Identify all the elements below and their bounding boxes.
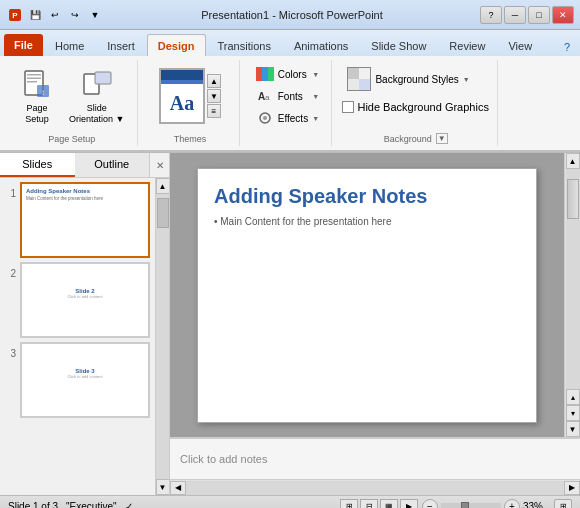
themes-prev-btn[interactable]: ▲ xyxy=(207,74,221,88)
slides-list: 1 Adding Speaker Notes Main Content for … xyxy=(0,178,155,495)
zoom-slider[interactable] xyxy=(441,503,501,509)
tab-animations[interactable]: Animations xyxy=(283,34,359,56)
status-left: Slide 1 of 3 "Executive" ✓ xyxy=(8,501,133,508)
themes-next-btn[interactable]: ▼ xyxy=(207,89,221,103)
notes-area[interactable]: Click to add notes xyxy=(170,437,580,479)
help-btn[interactable]: ? xyxy=(480,6,502,24)
zoom-out-btn[interactable]: − xyxy=(422,499,438,509)
colors-content: Colors ▼ A a Fonts ▼ xyxy=(251,64,323,142)
slide-thumb-2[interactable]: Slide 2 Click to add content xyxy=(20,262,150,338)
maximize-btn[interactable]: □ xyxy=(528,6,550,24)
svg-rect-19 xyxy=(359,79,370,90)
tab-transitions[interactable]: Transitions xyxy=(207,34,282,56)
slide3-thumb-content: Click to add content xyxy=(26,374,144,379)
page-setup-button[interactable]: ↕ PageSetup xyxy=(14,64,60,128)
spellcheck-icon[interactable]: ✓ xyxy=(125,501,133,508)
fit-slide-btn[interactable]: ⊞ xyxy=(554,499,572,509)
redo-quick-btn[interactable]: ↪ xyxy=(66,6,84,24)
view-buttons: ⊞ ⊟ ▦ ▶ xyxy=(340,499,418,509)
effects-label: Effects xyxy=(278,113,308,124)
slide-orientation-icon xyxy=(79,67,115,103)
tab-slides[interactable]: Slides xyxy=(0,153,75,177)
main-scroll-down[interactable]: ▼ xyxy=(566,421,580,437)
hide-background-graphics-row[interactable]: Hide Background Graphics xyxy=(342,101,488,113)
effects-arrow: ▼ xyxy=(312,115,319,122)
slide-thumb-1[interactable]: Adding Speaker Notes Main Content for th… xyxy=(20,182,150,258)
slide2-thumb-content: Click to add content xyxy=(26,294,144,299)
tab-home[interactable]: Home xyxy=(44,34,95,56)
tab-insert[interactable]: Insert xyxy=(96,34,146,56)
colors-button[interactable]: Colors ▼ xyxy=(251,64,323,84)
main-scroll-up[interactable]: ▲ xyxy=(566,153,580,169)
svg-rect-9 xyxy=(95,72,111,84)
svg-point-16 xyxy=(263,116,267,120)
tab-slideshow[interactable]: Slide Show xyxy=(360,34,437,56)
undo-quick-btn[interactable]: ↩ xyxy=(46,6,64,24)
slideshow-view-btn[interactable]: ▶ xyxy=(400,499,418,509)
main-hscroll-right[interactable]: ▶ xyxy=(564,481,580,495)
app-icon: P xyxy=(6,6,24,24)
tab-design[interactable]: Design xyxy=(147,34,206,56)
background-dialog-launcher[interactable]: ▼ xyxy=(436,133,448,144)
close-panel-btn[interactable]: ✕ xyxy=(149,153,169,177)
fonts-icon: A a xyxy=(255,88,275,104)
ribbon-help-btn[interactable]: ? xyxy=(558,38,576,56)
panel-scroll-thumb[interactable] xyxy=(157,198,169,228)
page-setup-group: ↕ PageSetup SlideOrientation ▼ Page Se xyxy=(6,60,138,146)
slide-number-3: 3 xyxy=(4,348,16,359)
slide-thumb-content-3: Slide 3 Click to add content xyxy=(22,344,148,416)
background-styles-icon xyxy=(347,67,371,91)
svg-rect-3 xyxy=(27,74,41,76)
slide-thumb-3[interactable]: Slide 3 Click to add content xyxy=(20,342,150,418)
main-hscroll-track xyxy=(186,481,564,495)
effects-button[interactable]: Effects ▼ xyxy=(251,108,323,128)
background-styles-button[interactable]: Background Styles ▼ xyxy=(342,64,474,94)
panel-scroll-down[interactable]: ▼ xyxy=(156,479,170,495)
fonts-button[interactable]: A a Fonts ▼ xyxy=(251,86,323,106)
main-hscroll-left[interactable]: ◀ xyxy=(170,481,186,495)
background-group-label: Background ▼ xyxy=(334,133,496,144)
slide-content-area: Adding Speaker Notes • Main Content for … xyxy=(170,153,580,495)
slide-sorter-btn[interactable]: ⊟ xyxy=(360,499,378,509)
slide-main-content: • Main Content for the presentation here xyxy=(214,216,520,227)
slide-thumb-content-2: Slide 2 Click to add content xyxy=(22,264,148,336)
tab-outline[interactable]: Outline xyxy=(75,153,150,177)
svg-rect-12 xyxy=(268,67,274,81)
slide-number-1: 1 xyxy=(4,188,16,199)
tab-file[interactable]: File xyxy=(4,34,43,56)
slides-panel: Slides Outline ✕ 1 Adding Speaker Notes … xyxy=(0,153,170,495)
themes-more-btn[interactable]: ≡ xyxy=(207,104,221,118)
customize-quick-btn[interactable]: ▼ xyxy=(86,6,104,24)
close-btn[interactable]: ✕ xyxy=(552,6,574,24)
panel-scroll-up[interactable]: ▲ xyxy=(156,178,170,194)
save-quick-btn[interactable]: 💾 xyxy=(26,6,44,24)
themes-button[interactable]: Aa xyxy=(159,68,205,124)
title-bar-left: P 💾 ↩ ↪ ▼ xyxy=(6,6,104,24)
colors-group: Colors ▼ A a Fonts ▼ xyxy=(242,60,332,146)
theme-top-bar xyxy=(161,70,203,80)
hide-background-checkbox[interactable] xyxy=(342,101,354,113)
main-slide[interactable]: Adding Speaker Notes • Main Content for … xyxy=(197,168,537,423)
page-setup-label: PageSetup xyxy=(25,103,49,125)
reading-view-btn[interactable]: ▦ xyxy=(380,499,398,509)
main-scroll-thumb[interactable] xyxy=(567,179,579,219)
tab-review[interactable]: Review xyxy=(438,34,496,56)
panel-scroll-track xyxy=(157,194,169,479)
slide-main-title: Adding Speaker Notes xyxy=(214,185,520,208)
background-group: Background Styles ▼ Hide Background Grap… xyxy=(334,60,497,146)
tab-view[interactable]: View xyxy=(497,34,543,56)
minimize-btn[interactable]: ─ xyxy=(504,6,526,24)
notes-placeholder: Click to add notes xyxy=(180,453,267,465)
slide-main-area[interactable]: Adding Speaker Notes • Main Content for … xyxy=(170,153,564,437)
background-styles-arrow: ▼ xyxy=(463,76,470,83)
slide-item-3: 3 Slide 3 Click to add content xyxy=(4,342,151,418)
zoom-in-btn[interactable]: + xyxy=(504,499,520,509)
main-scroll-step-up[interactable]: ▴ xyxy=(566,389,580,405)
zoom-slider-thumb[interactable] xyxy=(461,502,469,509)
panel-scrollbar: ▲ ▼ xyxy=(155,178,169,495)
slide-orientation-button[interactable]: SlideOrientation ▼ xyxy=(64,64,129,128)
slide-number-2: 2 xyxy=(4,268,16,279)
main-scroll-step-down[interactable]: ▾ xyxy=(566,405,580,421)
normal-view-btn[interactable]: ⊞ xyxy=(340,499,358,509)
ribbon-tab-bar: File Home Insert Design Transitions Anim… xyxy=(0,30,580,56)
